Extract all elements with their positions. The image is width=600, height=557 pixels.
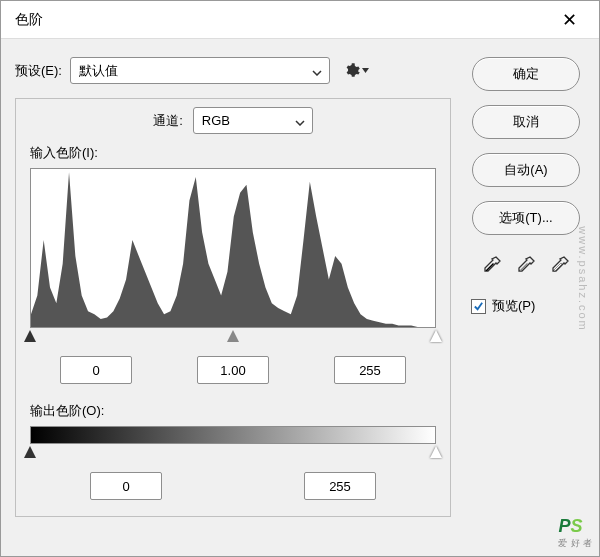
preset-dropdown[interactable]: 默认值 xyxy=(70,57,330,84)
preset-menu-button[interactable] xyxy=(344,63,369,79)
preset-label: 预设(E): xyxy=(15,62,62,80)
preview-label: 预览(P) xyxy=(492,297,535,315)
highlight-slider-handle[interactable] xyxy=(430,330,442,342)
watermark-url: www.psahz.com xyxy=(577,226,589,331)
gear-icon xyxy=(344,63,360,79)
black-point-eyedropper[interactable] xyxy=(480,253,504,277)
preview-checkbox[interactable] xyxy=(471,299,486,314)
cancel-button[interactable]: 取消 xyxy=(472,105,580,139)
output-highlight-handle[interactable] xyxy=(430,446,442,458)
output-gradient xyxy=(30,426,436,444)
levels-dialog: 色阶 ✕ 预设(E): 默认值 xyxy=(0,0,600,557)
output-levels-label: 输出色阶(O): xyxy=(30,402,436,420)
input-shadow-field[interactable] xyxy=(60,356,132,384)
gray-point-eyedropper[interactable] xyxy=(514,253,538,277)
input-levels-label: 输入色阶(I): xyxy=(30,144,436,162)
options-button[interactable]: 选项(T)... xyxy=(472,201,580,235)
output-slider[interactable] xyxy=(30,446,436,464)
titlebar: 色阶 ✕ xyxy=(1,1,599,39)
input-midtone-field[interactable] xyxy=(197,356,269,384)
output-highlight-field[interactable] xyxy=(304,472,376,500)
input-slider[interactable] xyxy=(30,330,436,348)
channel-dropdown[interactable]: RGB xyxy=(193,107,313,134)
output-shadow-handle[interactable] xyxy=(24,446,36,458)
shadow-slider-handle[interactable] xyxy=(24,330,36,342)
channel-label: 通道: xyxy=(153,112,183,130)
levels-group: 通道: RGB 输入色阶(I): xyxy=(15,98,451,517)
close-icon[interactable]: ✕ xyxy=(554,5,585,35)
eyedropper-icon xyxy=(516,255,536,275)
auto-button[interactable]: 自动(A) xyxy=(472,153,580,187)
check-icon xyxy=(473,301,484,312)
watermark-logo: PS 爱 好 者 xyxy=(558,516,593,550)
midtone-slider-handle[interactable] xyxy=(227,330,239,342)
chevron-down-icon xyxy=(362,68,369,73)
eyedropper-icon xyxy=(550,255,570,275)
dialog-title: 色阶 xyxy=(15,11,43,29)
white-point-eyedropper[interactable] xyxy=(548,253,572,277)
ok-button[interactable]: 确定 xyxy=(472,57,580,91)
input-highlight-field[interactable] xyxy=(334,356,406,384)
eyedropper-icon xyxy=(482,255,502,275)
output-shadow-field[interactable] xyxy=(90,472,162,500)
histogram xyxy=(30,168,436,328)
